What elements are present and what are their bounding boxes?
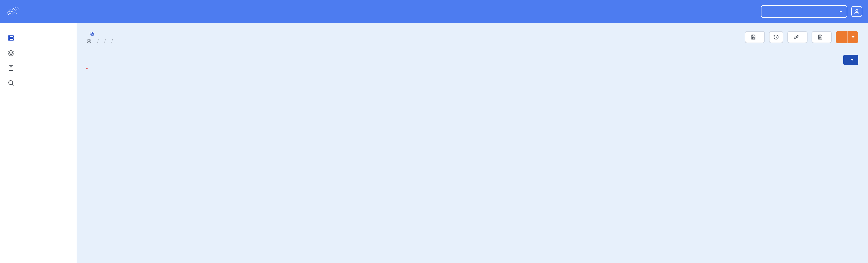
breadcrumb-sep: /: [97, 39, 98, 44]
dashboard-icon: [86, 39, 92, 44]
layers-icon: [7, 50, 14, 56]
breadcrumb-sep: /: [104, 39, 105, 44]
user-menu-button[interactable]: [851, 6, 862, 17]
host-select[interactable]: [761, 5, 847, 18]
sidebar-item-hosts[interactable]: [5, 32, 71, 44]
chevron-down-icon: [851, 36, 855, 38]
svg-line-10: [12, 84, 13, 86]
svg-point-9: [9, 80, 13, 85]
svg-rect-17: [819, 35, 821, 36]
main-content: / / /: [76, 23, 868, 263]
file-icon: [7, 64, 14, 71]
history-icon: [773, 34, 779, 40]
brand-logo: [6, 6, 23, 17]
svg-rect-14: [752, 35, 754, 36]
search-icon: [7, 79, 14, 86]
svg-point-4: [9, 39, 10, 40]
history-button[interactable]: [769, 31, 783, 43]
server-icon: [7, 35, 14, 41]
save-publish-button[interactable]: [836, 31, 847, 43]
svg-point-0: [856, 9, 858, 11]
key-icon: [793, 34, 799, 40]
svg-point-3: [9, 36, 10, 37]
chevron-down-icon: [839, 11, 843, 13]
gui-button[interactable]: [745, 31, 765, 43]
sidebar-item-search[interactable]: [5, 76, 71, 89]
save-disk-icon: [750, 34, 756, 40]
save-disk-icon: [817, 34, 823, 40]
copy-button[interactable]: [843, 55, 858, 65]
svg-rect-18: [819, 37, 822, 39]
svg-point-16: [794, 37, 796, 39]
sidebar-item-groups[interactable]: [5, 46, 71, 59]
sidebar-item-templates[interactable]: [5, 62, 71, 74]
breadcrumb-sep: /: [112, 39, 113, 44]
save-publish-split: [836, 31, 858, 43]
highlight-annotation: [86, 68, 88, 69]
svg-rect-15: [752, 37, 754, 39]
save-button[interactable]: [811, 31, 832, 43]
credentials-button[interactable]: [787, 31, 808, 43]
top-header: [0, 0, 868, 23]
page-actions: [745, 31, 858, 43]
user-icon: [854, 8, 860, 15]
save-publish-dropdown[interactable]: [847, 31, 858, 43]
page-title: [86, 31, 116, 36]
breadcrumb: / / /: [86, 39, 116, 44]
chevron-down-icon: [851, 59, 854, 61]
copy-icon[interactable]: [89, 31, 94, 36]
sidebar: [0, 23, 76, 263]
panther-icon: [6, 6, 20, 17]
